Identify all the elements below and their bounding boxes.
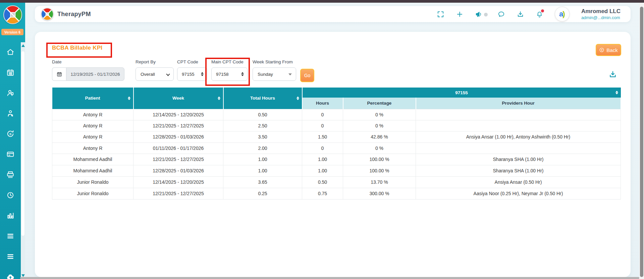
account-menu[interactable]: Amromed LLC admin@...dmin.com — [581, 8, 621, 20]
cell-hours: 0 — [302, 120, 343, 131]
account-name: Amromed LLC — [581, 8, 621, 15]
cell-week: 01/11/2026 - 01/17/2026 — [133, 143, 223, 154]
subcolumn-header-providers-hour[interactable]: Providers Hour — [416, 98, 621, 109]
account-avatar[interactable]: a) — [555, 7, 570, 21]
sidebar-scrollbar[interactable] — [21, 42, 25, 279]
sidebar-item-fax[interactable] — [0, 165, 21, 185]
notification-badge — [541, 9, 544, 12]
cell-patient: Junior Ronaldo — [52, 188, 133, 199]
cell-hours: 0.75 — [302, 188, 343, 199]
brand-logo-core — [46, 12, 49, 16]
menu-icon — [6, 232, 15, 242]
cell-providers-hour — [416, 120, 621, 131]
announcement-status-dot — [484, 13, 488, 16]
cell-providers-hour: Aasiya Noor (0.25 Hr), Neymar Jr (0.50 H… — [416, 188, 621, 199]
sidebar-item-home[interactable] — [0, 42, 21, 63]
cell-percentage: 0 % — [343, 120, 416, 131]
sidebar-item-time[interactable] — [0, 185, 21, 206]
account-email: admin@...dmin.com — [581, 15, 621, 20]
scroll-down-arrow-icon[interactable] — [21, 274, 25, 277]
sidebar-item-claims[interactable] — [0, 145, 21, 165]
table-row: Mohammed Aadhil12/21/2025 - 12/27/20251.… — [52, 154, 621, 165]
cell-patient: Antony R — [52, 131, 133, 143]
cell-percentage: 13.70 % — [343, 176, 416, 188]
column-header-week[interactable]: Week — [133, 88, 223, 109]
brand-logo[interactable] — [41, 8, 54, 20]
table-body: Antony R12/14/2025 - 12/20/20250.5000 %A… — [52, 109, 621, 199]
browser-vertical-scrollbar[interactable] — [639, 3, 644, 279]
fullscreen-icon[interactable] — [437, 10, 445, 18]
sort-icon[interactable] — [615, 91, 618, 95]
sidebar-item-billing[interactable]: S — [0, 124, 21, 145]
version-badge: Version 6 — [1, 29, 23, 35]
cell-percentage: 0 % — [343, 109, 416, 120]
browser-horizontal-scrollbar[interactable] — [20, 277, 639, 279]
sidebar-scroll-thumb[interactable] — [21, 51, 24, 236]
content-card: BCBA Billable KPI Back Date Report B — [35, 32, 631, 277]
subcolumn-header-hours[interactable]: Hours — [302, 98, 343, 109]
report-by-select[interactable]: Overall — [136, 67, 174, 81]
avatar-leaf: ) — [562, 10, 565, 18]
sidebar: Version 6 S — [0, 3, 25, 279]
table-row: Mohammed Aadhil12/28/2025 - 01/03/20261.… — [52, 165, 621, 176]
app-window: Version 6 S — [0, 0, 644, 279]
cell-hours: 0 — [302, 109, 343, 120]
scroll-up-arrow-icon[interactable] — [21, 44, 25, 47]
go-button[interactable]: Go — [300, 69, 314, 82]
filter-main-cpt-code: Main CPT Code 97158 — [211, 59, 248, 81]
main-cpt-code-select[interactable]: 97158 — [211, 67, 248, 81]
column-header-patient[interactable]: Patient — [52, 88, 133, 109]
cell-week: 12/28/2025 - 01/03/2026 — [133, 131, 223, 143]
menu-icon — [6, 252, 15, 262]
app-logo-core — [10, 12, 15, 17]
cell-percentage: 100.00 % — [343, 154, 416, 165]
cell-hours: 1.50 — [302, 131, 343, 143]
sidebar-item-providers[interactable] — [0, 104, 21, 124]
billing-sync-icon: S — [6, 129, 15, 140]
export-download-icon[interactable] — [608, 70, 617, 79]
fax-printer-icon — [6, 170, 15, 180]
column-group-header-97155[interactable]: 97155 — [302, 88, 621, 98]
back-button[interactable]: Back — [596, 44, 621, 56]
back-arrow-icon — [599, 47, 604, 53]
topbar: TherapyPM — [35, 6, 631, 22]
triangle-down-icon — [288, 73, 292, 75]
sidebar-item-menu[interactable] — [0, 226, 21, 247]
cell-total-hours: 0.25 — [223, 188, 302, 199]
week-starting-from-select[interactable]: Sunday — [253, 67, 296, 81]
page-title: BCBA Billable KPI — [52, 45, 102, 51]
cell-week: 12/21/2025 - 12/27/2025 — [133, 154, 223, 165]
sidebar-item-calendar[interactable] — [0, 63, 21, 83]
download-icon[interactable] — [517, 10, 525, 18]
announcement-icon[interactable] — [475, 10, 483, 18]
updown-arrows-icon — [241, 72, 244, 76]
sort-icon[interactable] — [297, 96, 299, 100]
cell-percentage: 0 % — [343, 143, 416, 154]
sidebar-item-cloud-upload[interactable] — [0, 267, 21, 279]
add-icon[interactable] — [456, 10, 464, 18]
cell-hours: 1.00 — [302, 154, 343, 165]
chat-icon[interactable] — [497, 10, 505, 18]
svg-text:S: S — [9, 132, 12, 135]
sort-icon[interactable] — [128, 96, 130, 100]
sidebar-item-menu-secondary[interactable] — [0, 247, 21, 267]
brand-name: TherapyPM — [57, 11, 91, 18]
sidebar-item-reports[interactable] — [0, 206, 21, 226]
cell-total-hours: 2.00 — [223, 143, 302, 154]
week-starting-from-label: Week Starting From — [253, 59, 296, 64]
notifications-icon[interactable] — [536, 10, 544, 18]
column-header-total-hours[interactable]: Total Hours — [223, 88, 302, 109]
sort-icon[interactable] — [218, 96, 220, 100]
vertical-scroll-thumb[interactable] — [640, 7, 643, 277]
cell-week: 12/21/2025 - 12/27/2025 — [133, 188, 223, 199]
cell-patient: Antony R — [52, 120, 133, 131]
sidebar-item-patients[interactable] — [0, 83, 21, 104]
date-range-input[interactable] — [66, 67, 124, 81]
subcolumn-header-percentage[interactable]: Percentage — [343, 98, 416, 109]
calendar-picker-button[interactable] — [52, 67, 66, 81]
cell-total-hours: 0.50 — [223, 109, 302, 120]
cell-patient: Antony R — [52, 109, 133, 120]
app-logo[interactable] — [3, 5, 22, 24]
cell-percentage: 300.00 % — [343, 188, 416, 199]
cpt-code-select[interactable]: 97155 — [177, 67, 207, 81]
